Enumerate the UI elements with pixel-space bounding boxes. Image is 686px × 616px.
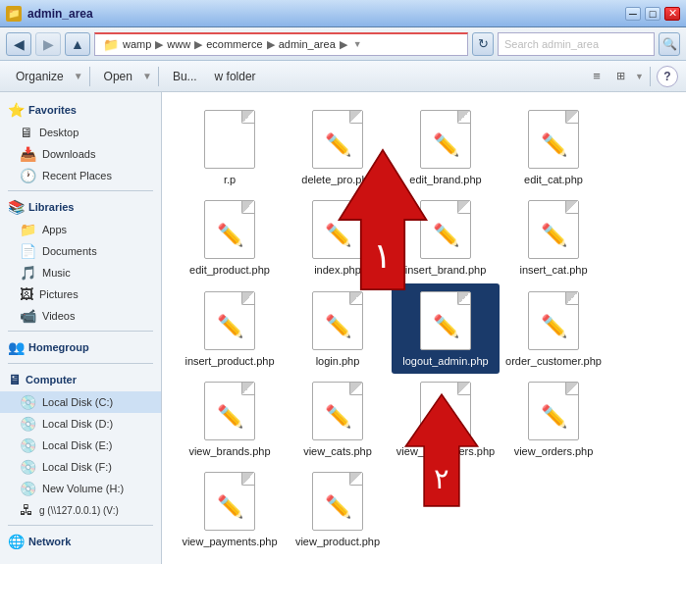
- file-name-label: edit_product.php: [189, 263, 270, 277]
- sidebar: ⭐ Favorites 🖥 Desktop 📥 Downloads 🕐 Rece…: [0, 92, 162, 564]
- file-item[interactable]: ✏️index.php: [284, 192, 392, 282]
- view-dropdown[interactable]: ▼: [635, 72, 644, 81]
- network-icon: 🌐: [8, 534, 25, 549]
- sidebar-item-label: Videos: [42, 310, 75, 322]
- burn-button[interactable]: Bu...: [165, 64, 205, 89]
- file-pencil-icon: ✏️: [325, 223, 351, 248]
- up-button[interactable]: ▲: [65, 32, 90, 56]
- file-item[interactable]: ✏️edit_product.php: [176, 192, 284, 282]
- file-item[interactable]: ✏️insert_brand.php: [392, 192, 500, 282]
- maximize-button[interactable]: □: [645, 7, 660, 21]
- window-controls[interactable]: ─ □ ✕: [625, 7, 680, 21]
- sidebar-item-label: Recent Places: [42, 170, 112, 181]
- pictures-icon: 🖼: [20, 286, 33, 302]
- file-page-icon: ✏️: [312, 291, 363, 350]
- file-name-label: logout_admin.php: [402, 354, 488, 368]
- sidebar-item-music[interactable]: 🎵 Music: [0, 262, 161, 283]
- file-pencil-icon: ✏️: [217, 314, 243, 339]
- file-page-icon: ✏️: [312, 110, 363, 169]
- file-page-icon: ✏️: [528, 382, 579, 440]
- file-item[interactable]: ✏️order_customer.php: [500, 283, 607, 374]
- file-page-icon: ✏️: [204, 472, 255, 531]
- sidebar-network-header[interactable]: 🌐 Network: [0, 530, 161, 553]
- file-item[interactable]: ✏️edit_cat.php: [500, 102, 607, 192]
- file-item[interactable]: ✏️view_payments.php: [176, 464, 284, 554]
- sidebar-homegroup-header[interactable]: 👥 Homegroup: [0, 335, 161, 359]
- view-list-button[interactable]: ≡: [586, 66, 607, 87]
- open-arrow[interactable]: ▼: [142, 71, 152, 81]
- open-button[interactable]: Open: [96, 64, 140, 89]
- file-page-icon: ✏️: [420, 382, 471, 440]
- search-bar[interactable]: Search admin_area: [498, 32, 655, 56]
- sidebar-item-label: Documents: [42, 245, 97, 257]
- file-item[interactable]: ✏️logout_admin.php: [392, 283, 500, 374]
- sidebar-item-documents[interactable]: 📄 Documents: [0, 240, 161, 262]
- minimize-button[interactable]: ─: [625, 7, 641, 21]
- file-page-icon: ✏️: [312, 472, 363, 531]
- file-name-label: delete_pro.php: [301, 173, 373, 186]
- sidebar-item-local-e[interactable]: 💿 Local Disk (E:): [0, 435, 161, 456]
- path-ecommerce: ecommerce: [206, 38, 262, 50]
- favorites-label: Favorites: [28, 104, 77, 116]
- search-go-button[interactable]: 🔍: [659, 32, 680, 56]
- sidebar-divider-3: [8, 363, 153, 364]
- sidebar-item-network-v[interactable]: 🖧 g (\\127.0.0.1) (V:): [0, 499, 161, 521]
- toolbar-separator: [89, 67, 90, 86]
- sidebar-item-label: Local Disk (D:): [42, 418, 113, 430]
- refresh-button[interactable]: ↻: [472, 32, 494, 56]
- back-button[interactable]: ◀: [6, 32, 31, 56]
- file-icon-wrap: [198, 108, 261, 171]
- sidebar-computer-header[interactable]: 🖥 Computer: [0, 368, 161, 391]
- file-item[interactable]: ✏️view_orders.php: [500, 374, 607, 464]
- sidebar-favorites-header[interactable]: ⭐ Favorites: [0, 98, 161, 122]
- sidebar-item-local-d[interactable]: 💿 Local Disk (D:): [0, 413, 161, 435]
- file-area[interactable]: r.p✏️delete_pro.php✏️edit_brand.php✏️edi…: [162, 92, 686, 564]
- file-icon-wrap: ✏️: [522, 289, 585, 352]
- address-dropdown[interactable]: ▼: [353, 39, 362, 49]
- file-item[interactable]: ✏️edit_brand.php: [392, 102, 500, 192]
- address-bar[interactable]: 📁 wamp ▶ www ▶ ecommerce ▶ admin_area ▶ …: [94, 32, 468, 56]
- file-pencil-icon: ✏️: [541, 132, 567, 158]
- sidebar-item-downloads[interactable]: 📥 Downloads: [0, 143, 161, 165]
- sidebar-item-pictures[interactable]: 🖼 Pictures: [0, 283, 161, 305]
- computer-icon: 🖥: [8, 372, 22, 387]
- file-item[interactable]: ✏️insert_cat.php: [500, 192, 607, 282]
- file-item[interactable]: r.p: [176, 102, 284, 192]
- sidebar-item-local-f[interactable]: 💿 Local Disk (F:): [0, 456, 161, 478]
- sidebar-item-apps[interactable]: 📁 Apps: [0, 219, 161, 240]
- organize-arrow[interactable]: ▼: [74, 71, 83, 81]
- help-button[interactable]: ?: [657, 66, 678, 87]
- sidebar-item-recent[interactable]: 🕐 Recent Places: [0, 165, 161, 186]
- file-item[interactable]: ✏️delete_pro.php: [284, 102, 392, 192]
- sidebar-item-desktop[interactable]: 🖥 Desktop: [0, 122, 161, 143]
- main-wrapper: ⭐ Favorites 🖥 Desktop 📥 Downloads 🕐 Rece…: [0, 92, 686, 564]
- file-pencil-icon: ✏️: [433, 404, 459, 430]
- forward-button[interactable]: ▶: [35, 32, 61, 56]
- sidebar-homegroup-section: 👥 Homegroup: [0, 335, 161, 359]
- sidebar-item-local-c[interactable]: 💿 Local Disk (C:): [0, 391, 161, 413]
- file-page-icon: ✏️: [420, 291, 471, 350]
- homegroup-label: Homegroup: [28, 341, 89, 353]
- file-pencil-icon: ✏️: [541, 223, 567, 248]
- file-page-icon: ✏️: [312, 200, 363, 259]
- file-page-icon: ✏️: [312, 382, 363, 440]
- sidebar-libraries-header[interactable]: 📚 Libraries: [0, 195, 161, 219]
- file-item[interactable]: ✏️login.php: [284, 283, 392, 374]
- organize-button[interactable]: Organize: [8, 64, 72, 89]
- file-item[interactable]: ✏️view_cats.php: [284, 374, 392, 464]
- sidebar-item-volume-h[interactable]: 💿 New Volume (H:): [0, 478, 161, 499]
- computer-label: Computer: [26, 374, 77, 385]
- file-item[interactable]: ✏️view_product.php: [284, 464, 392, 554]
- sidebar-item-label: Desktop: [39, 127, 79, 138]
- sidebar-item-videos[interactable]: 📹 Videos: [0, 305, 161, 327]
- new-folder-button[interactable]: w folder: [207, 64, 264, 89]
- sidebar-libraries-section: 📚 Libraries 📁 Apps 📄 Documents 🎵 Music 🖼…: [0, 195, 161, 327]
- file-item[interactable]: ✏️view_brands.php: [176, 374, 284, 464]
- sidebar-item-label: g (\\127.0.0.1) (V:): [39, 505, 119, 516]
- view-grid-button[interactable]: ⊞: [609, 66, 631, 87]
- sidebar-divider-4: [8, 525, 153, 526]
- disk-c-icon: 💿: [20, 394, 36, 410]
- file-item[interactable]: ✏️view_customers.php: [392, 374, 500, 464]
- close-button[interactable]: ✕: [664, 7, 680, 21]
- file-item[interactable]: ✏️insert_product.php: [176, 283, 284, 374]
